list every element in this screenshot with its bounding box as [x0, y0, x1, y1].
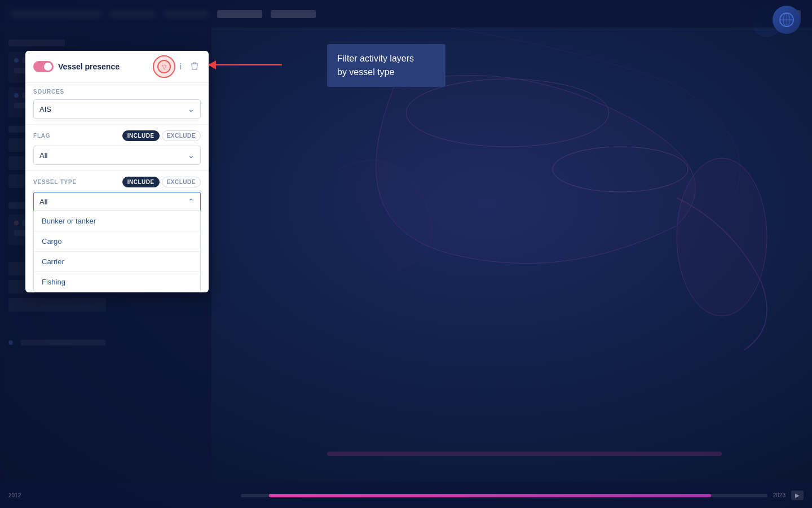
vessel-type-option-cargo[interactable]: Cargo	[34, 231, 200, 252]
tooltip-text: Filter activity layersby vessel type	[337, 54, 414, 77]
timeline-track[interactable]	[241, 494, 767, 497]
vessel-type-value: All	[39, 198, 188, 206]
flag-chevron-down-icon: ⌄	[188, 151, 195, 160]
flag-exclude-button[interactable]: EXCLUDE	[162, 130, 201, 141]
vessel-type-option-bunker[interactable]: Bunker or tanker	[34, 211, 200, 231]
vessel-type-dropdown: Bunker or tanker Cargo Carrier Fishing	[33, 211, 201, 292]
filter-icon-button[interactable]: ▽	[155, 58, 173, 76]
topbar-nav3	[217, 10, 262, 18]
flag-header: FLAG INCLUDE EXCLUDE	[33, 130, 201, 141]
info-icon-button[interactable]: i	[178, 61, 184, 72]
timeline-play-button[interactable]: ▶	[791, 491, 804, 500]
vessel-presence-toggle[interactable]	[33, 61, 54, 72]
timeline-fill	[269, 494, 711, 497]
panel-header: Vessel presence ▽ i	[25, 51, 209, 83]
flag-include-exclude: INCLUDE EXCLUDE	[122, 130, 201, 141]
delete-icon-button[interactable]	[188, 60, 201, 73]
topbar-nav4	[271, 10, 316, 18]
vessel-type-option-fishing[interactable]: Fishing	[34, 272, 200, 292]
vessel-type-select-open[interactable]: All ⌃	[33, 192, 201, 211]
timeline-bar: 2012 2023 ▶	[0, 483, 812, 508]
filter-funnel-icon: ▽	[162, 63, 166, 71]
sources-section: SOURCES AIS ⌄	[25, 83, 209, 125]
vessel-include-button[interactable]: INCLUDE	[122, 177, 160, 187]
vessel-type-chevron-up-icon: ⌃	[188, 197, 195, 206]
vessel-type-header: VESSEL TYPE INCLUDE EXCLUDE	[33, 177, 201, 187]
filter-icon-inner: ▽	[157, 60, 171, 73]
tooltip-box: Filter activity layersby vessel type	[327, 44, 445, 87]
panel-icons: ▽ i	[155, 58, 201, 76]
flag-label: FLAG	[33, 133, 50, 139]
globe-icon[interactable]	[773, 6, 801, 34]
filter-panel: Vessel presence ▽ i SOURCES AIS ⌄	[25, 51, 209, 292]
vessel-exclude-button[interactable]: EXCLUDE	[162, 177, 201, 187]
sources-value: AIS	[39, 105, 188, 113]
flag-include-button[interactable]: INCLUDE	[122, 130, 160, 141]
vessel-type-option-carrier[interactable]: Carrier	[34, 252, 200, 272]
panel-title: Vessel presence	[58, 62, 151, 71]
vessel-type-section: VESSEL TYPE INCLUDE EXCLUDE All ⌃ Bunker…	[25, 171, 209, 292]
timeline-label-left: 2012	[8, 492, 21, 498]
vessel-type-label: VESSEL TYPE	[33, 179, 77, 185]
svg-point-2	[677, 158, 767, 316]
flag-value: All	[39, 151, 188, 160]
flag-select[interactable]: All ⌄	[33, 146, 201, 165]
sources-select[interactable]: AIS ⌄	[33, 99, 201, 119]
vessel-type-include-exclude: INCLUDE EXCLUDE	[122, 177, 201, 187]
timeline-label-right: 2023	[773, 492, 785, 498]
flag-section: FLAG INCLUDE EXCLUDE All ⌄	[25, 125, 209, 171]
svg-rect-3	[327, 452, 722, 456]
sources-label: SOURCES	[33, 89, 201, 95]
sources-chevron-down-icon: ⌄	[188, 104, 195, 113]
